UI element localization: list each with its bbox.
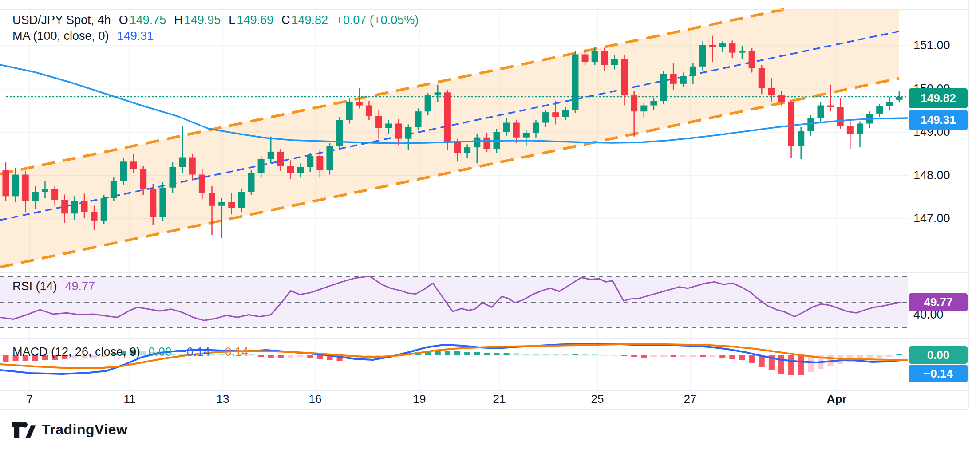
macd-hist-bar — [719, 355, 725, 358]
time-axis-label: 7 — [27, 392, 33, 406]
candle-body — [81, 201, 87, 212]
candle-body — [621, 59, 628, 95]
time-axis-label: Apr — [827, 392, 847, 406]
candle-body — [739, 51, 746, 53]
ma-legend[interactable]: MA (100, close, 0) 149.31 — [12, 29, 154, 43]
candle-body — [788, 102, 794, 146]
macd-hist-bar — [307, 355, 313, 358]
candle-body — [690, 67, 696, 76]
macd-hist-bar — [258, 355, 264, 357]
tradingview-logo-icon — [12, 422, 36, 438]
time-axis-label: 27 — [684, 392, 697, 406]
macd-hist-bar — [671, 355, 676, 357]
candle-body — [170, 167, 176, 188]
candle-body — [759, 68, 765, 88]
candle-body — [32, 192, 39, 201]
macd-line-value: −0.14 — [180, 345, 210, 359]
macd-hist-bar — [612, 355, 617, 356]
symbol-title: USD/JPY Spot, 4h — [12, 13, 111, 27]
candle-body — [3, 170, 9, 197]
macd-hist-bar — [651, 355, 656, 357]
macd-hist-bar — [592, 354, 598, 355]
candle-body — [375, 116, 382, 128]
macd-hist-bar — [249, 354, 254, 355]
macd-hist-bar — [543, 354, 549, 355]
time-axis-label: 19 — [413, 392, 426, 406]
candle-body — [385, 124, 392, 128]
symbol-legend[interactable]: USD/JPY Spot, 4h O149.75 H149.95 L149.69… — [12, 13, 419, 27]
rsi-legend[interactable]: RSI (14) 49.77 — [12, 280, 95, 293]
macd-line-badge: −0.14 — [909, 365, 968, 382]
macd-hist-bar — [484, 353, 490, 355]
candle-body — [660, 74, 667, 101]
candle-body — [592, 51, 598, 62]
time-axis-label: 21 — [493, 392, 506, 406]
chart-canvas[interactable] — [0, 0, 980, 449]
macd-hist-bar — [700, 355, 706, 357]
candle-body — [650, 101, 657, 106]
macd-hist-bar — [798, 355, 804, 375]
candle-body — [22, 175, 29, 201]
candle-body — [316, 156, 323, 170]
candle-body — [807, 118, 814, 131]
macd-hist-bar — [533, 354, 539, 355]
candle-body — [42, 189, 48, 192]
candle-body — [562, 110, 569, 117]
macd-hist-bar — [445, 351, 450, 355]
candle-body — [699, 45, 706, 67]
candle-body — [199, 175, 205, 193]
macd-hist-bar — [788, 355, 794, 375]
candle-body — [61, 200, 68, 213]
macd-hist-bar — [572, 354, 578, 355]
candle-body — [896, 97, 902, 100]
macd-hist-bar — [454, 351, 460, 355]
candle-body — [415, 111, 422, 127]
candle-body — [425, 95, 431, 111]
macd-hist-bar — [690, 355, 696, 357]
candle-body — [395, 124, 402, 139]
candle-body — [277, 152, 284, 166]
candle-body — [670, 74, 677, 83]
candle-body — [847, 126, 854, 134]
macd-hist-bar — [523, 354, 529, 355]
candle-body — [817, 106, 824, 118]
macd-hist-bar — [514, 353, 519, 355]
candle-body — [474, 138, 480, 147]
candle-body — [729, 43, 735, 52]
candle-body — [533, 123, 539, 133]
macd-hist-bar — [582, 354, 588, 355]
candle-body — [572, 55, 578, 110]
macd-hist-bar — [710, 355, 715, 357]
candle-body — [179, 158, 186, 167]
time-axis-label: 11 — [124, 392, 136, 406]
candle-body — [778, 95, 785, 102]
ma-value: 149.31 — [117, 29, 154, 43]
macd-hist-bar — [464, 352, 470, 355]
candle-body — [91, 212, 98, 221]
macd-hist-value: 0.00 — [148, 345, 172, 359]
candle-body — [258, 159, 265, 173]
candle-body — [297, 167, 304, 173]
candle-body — [101, 198, 107, 221]
candle-body — [464, 147, 470, 153]
candle-body — [640, 106, 647, 112]
candle-body — [120, 161, 127, 181]
price-axis-label: 148.00 — [913, 168, 950, 182]
macd-hist-bar — [288, 355, 293, 358]
macd-hist-bar — [268, 355, 274, 358]
macd-hist-bar — [602, 355, 608, 356]
candle-body — [228, 202, 235, 208]
macd-hist-bar — [317, 355, 323, 359]
macd-hist-bar — [278, 355, 284, 358]
macd-hist-bar — [297, 355, 303, 357]
candle-body — [680, 76, 687, 84]
macd-hist-bar — [494, 353, 500, 355]
time-axis-label: 16 — [309, 392, 322, 406]
candle-body — [12, 175, 19, 197]
brand-footer[interactable]: TradingView — [12, 421, 127, 438]
candle-body — [209, 193, 215, 206]
macd-legend[interactable]: MACD (12, 26, close, 9) 0.00 −0.14 −0.14 — [12, 345, 248, 359]
candle-body — [356, 102, 363, 106]
macd-hist-bar — [896, 354, 902, 355]
macd-hist-bar — [739, 355, 745, 360]
